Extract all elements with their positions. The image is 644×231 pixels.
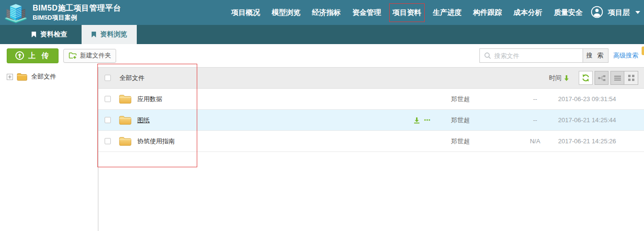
list-view-icon <box>614 75 621 81</box>
nav-item-fund-management[interactable]: 资金管理 <box>346 8 387 17</box>
new-folder-button[interactable]: 新建文件夹 <box>63 49 116 63</box>
sort-desc-arrow-icon <box>564 75 569 81</box>
tab-document-browse[interactable]: 资料浏览 <box>82 25 137 44</box>
more-actions-icon[interactable]: ••• <box>424 117 431 123</box>
user-scope-label[interactable]: 项目层 <box>608 8 630 17</box>
row-time: 2017-06-21 14:25:44 <box>554 116 644 124</box>
row-owner: 郑世超 <box>451 137 516 146</box>
sort-label: 时间 <box>549 74 561 82</box>
new-folder-icon <box>69 52 77 59</box>
table-row[interactable]: 图纸 ••• 郑世超 -- 2017-06-21 14:25:44 <box>98 110 644 131</box>
view-toggle-group <box>610 71 638 85</box>
tree-item-all-files[interactable]: 全部文件 <box>0 71 98 82</box>
search-group: 搜 索 高级搜索 <box>479 48 638 63</box>
file-list-header: 全部文件 时间 <box>98 67 644 89</box>
tree-view-icon <box>598 75 606 81</box>
folder-name[interactable]: 协筑使用指南 <box>137 137 414 146</box>
file-list-header-label: 全部文件 <box>119 74 144 82</box>
nav-item-model-browse[interactable]: 模型浏览 <box>266 8 306 17</box>
list-header-controls: 时间 <box>549 71 638 85</box>
folder-icon <box>119 137 131 146</box>
folder-icon <box>119 94 131 104</box>
bookmark-icon <box>31 31 36 38</box>
app-header: BIM5D施工项目管理平台 BIM5D项目案例 项目概况 模型浏览 经济指标 资… <box>0 0 644 25</box>
search-button[interactable]: 搜 索 <box>583 48 608 63</box>
advanced-search-link[interactable]: 高级搜索 <box>613 51 638 60</box>
row-size: N/A <box>516 138 554 145</box>
tab-label: 资料浏览 <box>100 30 127 39</box>
search-icon <box>484 52 491 59</box>
sort-by-time-control[interactable]: 时间 <box>549 74 569 82</box>
nav-item-production-progress[interactable]: 生产进度 <box>427 8 467 17</box>
app-title: BIM5D施工项目管理平台 <box>33 3 121 13</box>
nav-item-cost-analysis[interactable]: 成本分析 <box>508 8 548 17</box>
tab-document-check[interactable]: 资料检查 <box>22 25 77 44</box>
nav-item-project-overview[interactable]: 项目概况 <box>226 8 266 17</box>
user-avatar-icon[interactable] <box>591 6 603 20</box>
grid-view-button[interactable] <box>624 71 638 85</box>
tree-view-button[interactable] <box>595 71 608 85</box>
row-time: 2017-06-21 14:25:26 <box>554 138 644 145</box>
main-nav: 项目概况 模型浏览 经济指标 资金管理 项目资料 生产进度 构件跟踪 成本分析 … <box>226 0 588 25</box>
row-owner: 郑世超 <box>451 95 516 104</box>
row-actions: ••• <box>414 117 451 124</box>
grid-view-icon <box>628 75 634 81</box>
row-size: -- <box>516 95 554 103</box>
refresh-button[interactable] <box>579 71 593 85</box>
app-title-block: BIM5D施工项目管理平台 BIM5D项目案例 <box>33 3 121 22</box>
nav-item-economic-index[interactable]: 经济指标 <box>306 8 346 17</box>
folder-name[interactable]: 图纸 <box>137 116 414 125</box>
row-owner: 郑世超 <box>451 116 516 125</box>
chevron-down-icon <box>635 11 640 14</box>
download-icon[interactable] <box>414 117 420 124</box>
row-checkbox[interactable] <box>105 138 111 144</box>
search-input[interactable] <box>494 52 571 59</box>
main-area: 全部文件 全部文件 时间 <box>0 67 644 231</box>
upload-button[interactable]: 上 传 <box>7 48 59 63</box>
project-name: BIM5D项目案例 <box>33 14 121 22</box>
nav-item-quality-safety[interactable]: 质量安全 <box>548 8 588 17</box>
select-all-checkbox[interactable] <box>105 75 111 81</box>
new-folder-button-label: 新建文件夹 <box>80 51 111 60</box>
table-row[interactable]: 应用数据 郑世超 -- 2017-06-23 09:31:54 <box>98 89 644 110</box>
app-logo-icon <box>4 1 28 23</box>
upload-button-label: 上 传 <box>28 51 50 60</box>
folder-icon <box>119 116 131 125</box>
search-box <box>479 48 583 63</box>
tab-label: 资料检查 <box>40 30 67 39</box>
folder-tree-sidebar: 全部文件 <box>0 67 98 231</box>
row-checkbox[interactable] <box>105 117 111 123</box>
folder-icon <box>17 73 27 81</box>
row-size: -- <box>516 116 554 124</box>
nav-item-component-tracking[interactable]: 构件跟踪 <box>467 8 508 17</box>
tab-bar: 资料检查 资料浏览 <box>0 25 644 44</box>
bookmark-icon <box>91 31 96 38</box>
user-menu[interactable]: 项目层 <box>591 0 640 25</box>
nav-item-project-documents[interactable]: 项目资料 <box>389 3 425 22</box>
row-checkbox[interactable] <box>105 96 111 102</box>
file-toolbar: 上 传 新建文件夹 搜 索 高级搜索 <box>0 44 644 67</box>
tree-item-label: 全部文件 <box>31 72 56 81</box>
refresh-icon <box>582 74 590 82</box>
table-row[interactable]: 协筑使用指南 郑世超 N/A 2017-06-21 14:25:26 <box>98 131 644 152</box>
folder-name[interactable]: 应用数据 <box>137 95 414 104</box>
file-list: 全部文件 时间 <box>98 67 644 231</box>
row-time: 2017-06-23 09:31:54 <box>554 95 644 103</box>
list-view-button[interactable] <box>610 71 624 85</box>
tree-expand-icon[interactable] <box>7 74 13 80</box>
upload-icon <box>15 51 24 60</box>
edge-widget-sliver <box>642 46 644 55</box>
